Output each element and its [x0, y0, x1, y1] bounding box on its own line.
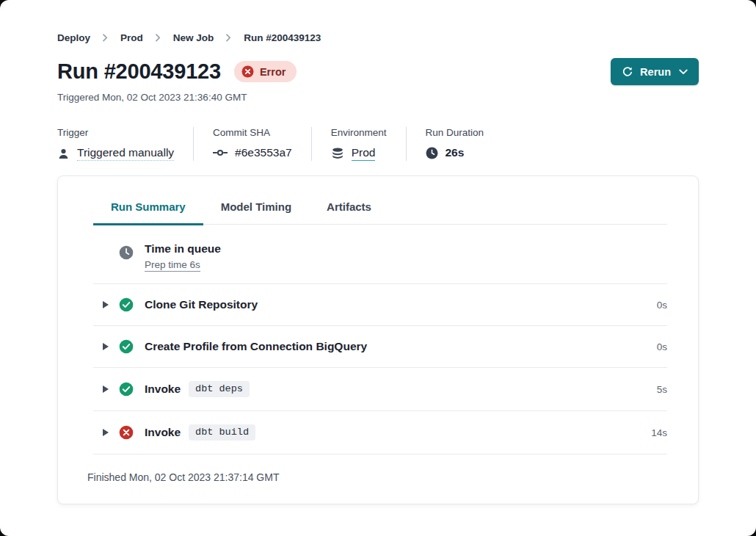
status-badge-label: Error	[260, 66, 286, 78]
step-row-dbt-build[interactable]: Invoke dbt build 14s	[93, 411, 667, 454]
finished-timestamp: Finished Mon, 02 Oct 2023 21:37:14 GMT	[58, 454, 698, 504]
meta-trigger-label: Trigger	[57, 127, 174, 138]
run-metadata: Trigger Triggered manually Commit SHA #6…	[57, 127, 699, 161]
step-list: Time in queue Prep time 6s Clone Git Rep…	[93, 225, 667, 454]
app-window: Deploy Prod New Job Run #200439123 Run #…	[0, 0, 756, 536]
tab-model-timing[interactable]: Model Timing	[203, 200, 309, 225]
step-row-dbt-deps[interactable]: Invoke dbt deps 5s	[93, 368, 667, 411]
database-icon	[331, 148, 344, 160]
environment-link[interactable]: Prod	[352, 146, 376, 161]
chevron-right-icon	[101, 34, 109, 42]
page-title: Run #200439123	[57, 59, 221, 84]
step-title: Clone Git Repository	[145, 298, 258, 311]
tab-artifacts[interactable]: Artifacts	[309, 200, 389, 225]
expand-triangle-icon[interactable]	[102, 428, 109, 437]
run-summary-card: Run Summary Model Timing Artifacts Time …	[57, 175, 699, 504]
queue-title: Time in queue	[145, 242, 221, 256]
breadcrumb-current-run: Run #200439123	[244, 32, 321, 43]
meta-trigger: Trigger Triggered manually	[57, 127, 194, 161]
run-duration-value: 26s	[446, 146, 465, 159]
refresh-icon	[622, 66, 633, 78]
commit-sha-value: #6e3553a7	[235, 146, 292, 159]
expand-triangle-icon[interactable]	[102, 342, 109, 351]
tab-bar: Run Summary Model Timing Artifacts	[93, 176, 667, 225]
step-duration: 0s	[657, 341, 667, 352]
trigger-value[interactable]: Triggered manually	[77, 146, 174, 161]
rerun-button[interactable]: Rerun	[611, 58, 699, 85]
step-title: Invoke	[145, 426, 181, 439]
meta-environment: Environment Prod	[312, 127, 407, 161]
tab-run-summary[interactable]: Run Summary	[93, 200, 203, 225]
expand-triangle-icon[interactable]	[102, 385, 109, 394]
step-duration: 0s	[657, 300, 667, 311]
chevron-down-icon	[679, 69, 688, 75]
breadcrumb-new-job[interactable]: New Job	[173, 32, 214, 43]
meta-commit-sha: Commit SHA #6e3553a7	[194, 127, 312, 161]
clock-icon	[426, 147, 438, 159]
status-badge: Error	[234, 61, 297, 82]
step-duration: 5s	[657, 384, 667, 395]
meta-environment-label: Environment	[331, 127, 387, 138]
step-title: Create Profile from Connection BigQuery	[145, 340, 367, 353]
meta-commit-label: Commit SHA	[213, 127, 292, 138]
queue-row: Time in queue Prep time 6s	[93, 225, 667, 284]
error-circle-icon	[119, 425, 134, 440]
chevron-right-icon	[154, 34, 162, 42]
success-check-icon	[119, 297, 134, 312]
step-command-chip: dbt build	[189, 424, 255, 441]
expand-triangle-icon[interactable]	[102, 300, 109, 309]
step-duration: 14s	[651, 427, 667, 438]
title-row: Run #200439123 Error Rerun	[57, 58, 699, 85]
rerun-button-label: Rerun	[640, 66, 671, 78]
breadcrumb-deploy[interactable]: Deploy	[57, 32, 90, 43]
breadcrumb: Deploy Prod New Job Run #200439123	[57, 32, 699, 43]
step-command-chip: dbt deps	[189, 381, 250, 397]
step-row-clone-git[interactable]: Clone Git Repository 0s	[93, 284, 667, 326]
chevron-right-icon	[225, 34, 233, 42]
queue-clock-icon	[119, 245, 134, 260]
meta-run-duration: Run Duration 26s	[407, 127, 504, 161]
success-check-icon	[119, 339, 134, 354]
commit-icon	[213, 148, 228, 157]
step-row-create-profile[interactable]: Create Profile from Connection BigQuery …	[93, 326, 667, 368]
prep-time-link[interactable]: Prep time 6s	[145, 259, 200, 272]
triggered-timestamp: Triggered Mon, 02 Oct 2023 21:36:40 GMT	[57, 92, 699, 103]
breadcrumb-prod[interactable]: Prod	[120, 32, 143, 43]
error-circle-icon	[241, 65, 254, 78]
meta-duration-label: Run Duration	[426, 127, 484, 138]
person-icon	[57, 148, 70, 160]
step-title: Invoke	[145, 383, 181, 396]
success-check-icon	[119, 382, 134, 396]
